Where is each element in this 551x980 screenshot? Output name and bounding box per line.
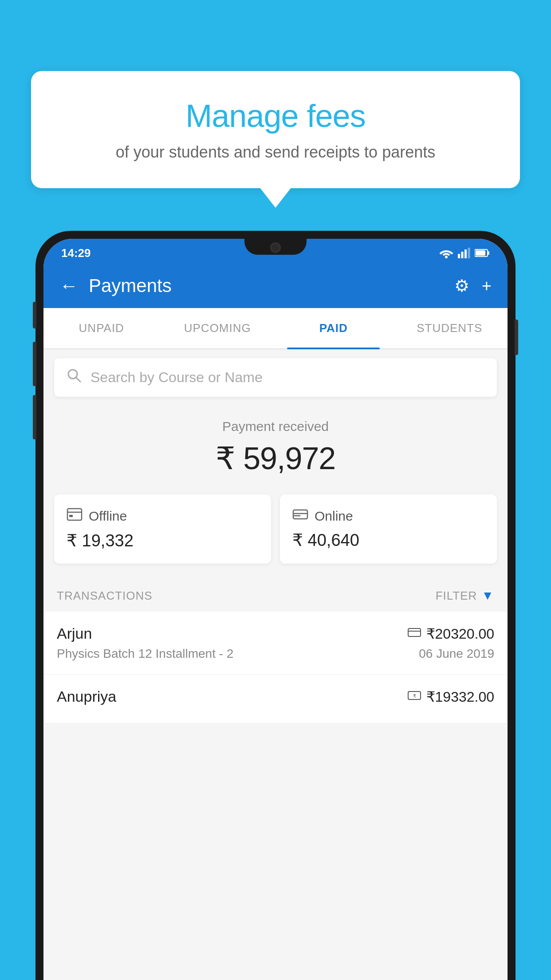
svg-point-0 [445,256,448,258]
payment-received-label: Payment received [61,419,490,434]
phone-notch [244,239,307,255]
transaction-bottom: Physics Batch 12 Installment - 2 06 June… [57,647,494,661]
phone-screen: 14:29 [43,239,508,980]
speech-bubble-container: Manage fees of your students and send re… [31,71,520,188]
svg-rect-10 [67,509,82,520]
svg-rect-1 [458,254,460,258]
svg-rect-13 [293,510,307,519]
offline-card: Offline ₹ 19,332 [54,494,271,564]
status-time: 14:29 [61,246,91,260]
transaction-amount: ₹19332.00 [426,688,494,705]
settings-icon[interactable]: ⚙ [454,276,469,296]
page-title: Payments [89,275,454,296]
manage-fees-subtitle: of your students and send receipts to pa… [67,143,484,162]
cash-payment-icon: ₹ [408,690,421,704]
tab-paid[interactable]: PAID [276,308,392,348]
svg-rect-3 [464,249,467,258]
transaction-amount-row: ₹ ₹19332.00 [408,688,494,705]
svg-rect-7 [476,250,485,256]
svg-rect-2 [461,252,464,258]
transaction-row[interactable]: Anupriya ₹ ₹19332.00 [43,675,508,723]
online-label: Online [315,509,353,524]
transactions-label: TRANSACTIONS [57,589,153,603]
search-input[interactable]: Search by Course or Name [91,369,263,386]
filter-label: FILTER [436,589,477,603]
online-card-header: Online [292,508,484,524]
svg-rect-12 [69,515,73,517]
search-icon [67,368,82,387]
payment-total-amount: ₹ 59,972 [61,440,490,477]
phone-side-btn-left2 [33,342,36,386]
transaction-list: Arjun ₹20320.00 Physics [43,612,508,723]
offline-amount: ₹ 19,332 [67,531,259,550]
payment-cards: Offline ₹ 19,332 Online [43,494,508,577]
svg-rect-4 [468,248,470,258]
phone-side-btn-left1 [33,302,36,328]
back-button[interactable]: ← [59,275,78,296]
svg-rect-16 [408,628,421,636]
filter-button[interactable]: FILTER ▼ [436,589,494,603]
battery-icon [475,249,490,257]
card-payment-icon [408,627,421,641]
speech-bubble: Manage fees of your students and send re… [31,71,520,188]
transaction-top: Anupriya ₹ ₹19332.00 [57,688,494,705]
offline-label: Offline [89,509,127,524]
transaction-name: Anupriya [57,688,116,705]
search-bar[interactable]: Search by Course or Name [54,358,497,397]
filter-icon: ▼ [481,589,494,603]
transaction-amount: ₹20320.00 [426,625,494,642]
phone-side-btn-left3 [33,395,36,439]
svg-rect-6 [488,251,489,255]
signal-icon [458,248,470,258]
phone-side-btn-right [515,320,518,355]
status-icons [439,248,490,258]
svg-text:₹: ₹ [413,693,416,699]
camera [270,242,281,253]
phone-wrapper: 14:29 [35,231,516,980]
tab-upcoming[interactable]: UPCOMING [160,308,276,348]
online-amount: ₹ 40,640 [292,530,484,550]
header-actions: ⚙ + [454,276,492,296]
online-payment-icon [292,508,308,524]
transaction-top: Arjun ₹20320.00 [57,625,494,642]
transaction-course: Physics Batch 12 Installment - 2 [57,647,233,661]
transactions-header: TRANSACTIONS FILTER ▼ [43,577,508,612]
offline-payment-icon [67,508,83,525]
transaction-name: Arjun [57,625,92,642]
tab-unpaid[interactable]: UNPAID [43,308,160,348]
manage-fees-title: Manage fees [67,98,484,134]
svg-line-9 [76,377,80,382]
tabs-bar: UNPAID UPCOMING PAID STUDENTS [43,308,508,349]
online-card: Online ₹ 40,640 [280,494,497,564]
wifi-icon [439,248,453,258]
app-header: ← Payments ⚙ + [43,264,508,308]
transaction-date: 06 June 2019 [419,647,494,661]
tab-students[interactable]: STUDENTS [392,308,508,348]
add-icon[interactable]: + [482,277,492,296]
payment-summary: Payment received ₹ 59,972 [43,406,508,494]
transaction-row[interactable]: Arjun ₹20320.00 Physics [43,612,508,675]
offline-card-header: Offline [67,508,259,525]
phone-outer: 14:29 [35,231,516,980]
transaction-amount-row: ₹20320.00 [408,625,494,642]
